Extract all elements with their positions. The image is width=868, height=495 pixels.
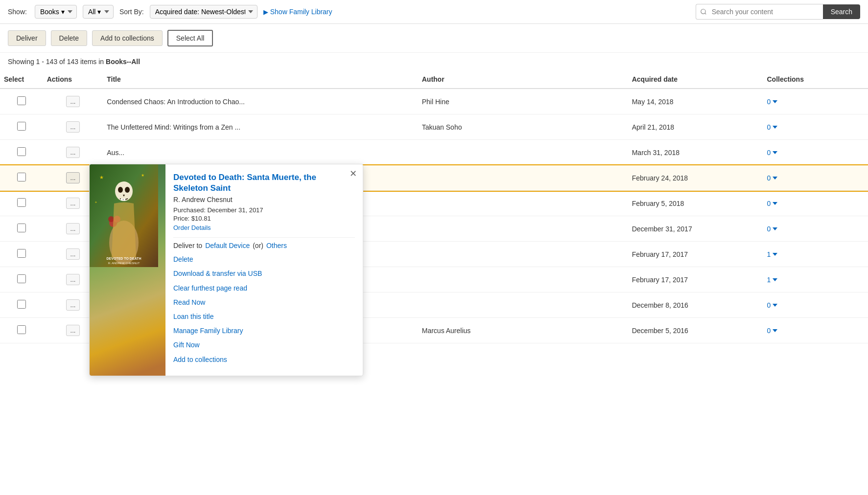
popup-card: ★ ★ ✦ DEVOTED TO DEATH R. ANDREW CHESNUT…	[89, 164, 363, 343]
row-date: February 5, 2018	[628, 191, 763, 216]
loan-link[interactable]: Loan this title	[173, 311, 355, 323]
book-cover: ★ ★ ✦ DEVOTED TO DEATH R. ANDREW CHESNUT	[90, 164, 165, 343]
popup-deliver-row: Deliver to Default Device (or) Others	[173, 242, 355, 249]
row-collections[interactable]: 1	[763, 242, 868, 267]
read-now-link[interactable]: Read Now	[173, 296, 355, 309]
actions-button[interactable]: ...	[66, 172, 80, 183]
chevron-down-icon	[773, 177, 777, 180]
show-label: Show:	[8, 8, 27, 16]
row-author: Takuan Soho	[418, 114, 628, 140]
row-collections[interactable]: 0	[763, 140, 868, 165]
row-author: Phil Hine	[418, 89, 628, 114]
show-select[interactable]: Books ▾	[35, 5, 77, 19]
row-date: February 17, 2017	[628, 242, 763, 267]
row-title: The Unfettered Mind: Writings from a Zen…	[103, 114, 418, 140]
filter-select[interactable]: All ▾	[83, 5, 114, 19]
chevron-down-icon	[773, 278, 777, 281]
row-author	[418, 191, 628, 216]
row-checkbox[interactable]	[17, 224, 26, 232]
svg-text:✦: ✦	[94, 201, 97, 204]
add-collections-button[interactable]: Add to collections	[92, 30, 163, 46]
actions-button[interactable]: ...	[66, 299, 80, 311]
svg-rect-5	[121, 199, 123, 201]
row-date: December 8, 2016	[628, 292, 763, 318]
row-checkbox[interactable]	[17, 173, 26, 181]
row-checkbox[interactable]	[17, 249, 26, 258]
chevron-down-icon	[773, 304, 777, 307]
deliver-button[interactable]: Deliver	[8, 30, 46, 46]
row-collections[interactable]: 0	[763, 216, 868, 242]
collections-value: 0	[767, 123, 771, 131]
top-bar: Show: Books ▾ All ▾ Sort By: Acquired da…	[0, 0, 868, 24]
row-title: Condensed Chaos: An Introduction to Chao…	[103, 89, 418, 114]
cover-illustration: ★ ★ ✦ DEVOTED TO DEATH R. ANDREW CHESNUT	[90, 164, 158, 267]
search-button[interactable]: Search	[823, 4, 860, 19]
col-header-date: Acquired date	[628, 70, 763, 89]
actions-button[interactable]: ...	[66, 248, 80, 260]
actions-button[interactable]: ...	[66, 198, 80, 209]
row-checkbox[interactable]	[17, 96, 26, 105]
table-row: ...Condensed Chaos: An Introduction to C…	[0, 89, 868, 114]
row-collections[interactable]: 0	[763, 191, 868, 216]
chevron-down-icon	[773, 202, 777, 205]
default-device-link[interactable]: Default Device	[205, 242, 250, 249]
clear-link[interactable]: Clear furthest page read	[173, 282, 355, 294]
manage-family-link[interactable]: Manage Family Library	[173, 325, 355, 337]
row-checkbox[interactable]	[17, 198, 26, 207]
row-collections[interactable]: 0	[763, 165, 868, 191]
row-checkbox[interactable]	[17, 300, 26, 309]
actions-button[interactable]: ...	[66, 96, 80, 107]
actions-button[interactable]: ...	[66, 147, 80, 158]
col-header-actions: Actions	[43, 70, 103, 89]
collections-value: 0	[767, 200, 771, 207]
popup-purchased: Purchased: December 31, 2017	[173, 206, 355, 214]
gift-now-link[interactable]: Gift Now	[173, 339, 355, 343]
row-author	[418, 140, 628, 165]
sort-select[interactable]: Acquired date: Newest-Oldest ▾	[150, 5, 258, 19]
row-author	[418, 165, 628, 191]
delete-link[interactable]: Delete	[173, 253, 355, 266]
search-input[interactable]	[696, 4, 823, 20]
collections-value: 0	[767, 225, 771, 233]
row-date: February 24, 2018	[628, 165, 763, 191]
svg-text:DEVOTED TO DEATH: DEVOTED TO DEATH	[107, 257, 141, 260]
row-checkbox[interactable]	[17, 122, 26, 131]
chevron-down-icon	[773, 329, 777, 332]
showing-text: Showing 1 - 143 of 143 items in Books--A…	[0, 53, 868, 70]
actions-button[interactable]: ...	[66, 325, 80, 336]
chevron-down-icon	[773, 253, 777, 256]
popup-divider	[173, 237, 355, 238]
chevron-down-icon	[773, 227, 777, 230]
others-link[interactable]: Others	[266, 242, 287, 249]
sort-label: Sort By:	[119, 8, 144, 16]
row-checkbox[interactable]	[17, 147, 26, 156]
order-details-link[interactable]: Order Details	[173, 224, 355, 231]
col-header-select: Select	[0, 70, 43, 89]
row-checkbox[interactable]	[17, 325, 26, 334]
row-checkbox[interactable]	[17, 274, 26, 283]
delete-button[interactable]: Delete	[51, 30, 87, 46]
action-bar: Deliver Delete Add to collections Select…	[0, 24, 868, 53]
chevron-down-icon	[773, 100, 777, 103]
row-collections[interactable]: 0	[763, 318, 868, 343]
select-all-button[interactable]: Select All	[167, 30, 213, 46]
row-collections[interactable]: 0	[763, 114, 868, 140]
row-collections[interactable]: 0	[763, 89, 868, 114]
row-collections[interactable]: 1	[763, 267, 868, 292]
row-collections[interactable]: 0	[763, 292, 868, 318]
collections-value: 0	[767, 149, 771, 157]
collections-value: 0	[767, 301, 771, 309]
actions-button[interactable]: ...	[66, 121, 80, 133]
collections-value: 1	[767, 276, 771, 284]
row-author	[418, 242, 628, 267]
show-family-link[interactable]: Show Family Library	[270, 8, 332, 16]
actions-button[interactable]: ...	[66, 223, 80, 234]
svg-text:★: ★	[141, 173, 144, 178]
table-row: ...Aus...March 31, 20180	[0, 140, 868, 165]
popup-close-button[interactable]: ✕	[350, 169, 357, 178]
row-date: February 17, 2017	[628, 267, 763, 292]
actions-button[interactable]: ...	[66, 274, 80, 285]
row-date: December 5, 2016	[628, 318, 763, 343]
download-link[interactable]: Download & transfer via USB	[173, 268, 355, 280]
collections-value: 0	[767, 174, 771, 182]
